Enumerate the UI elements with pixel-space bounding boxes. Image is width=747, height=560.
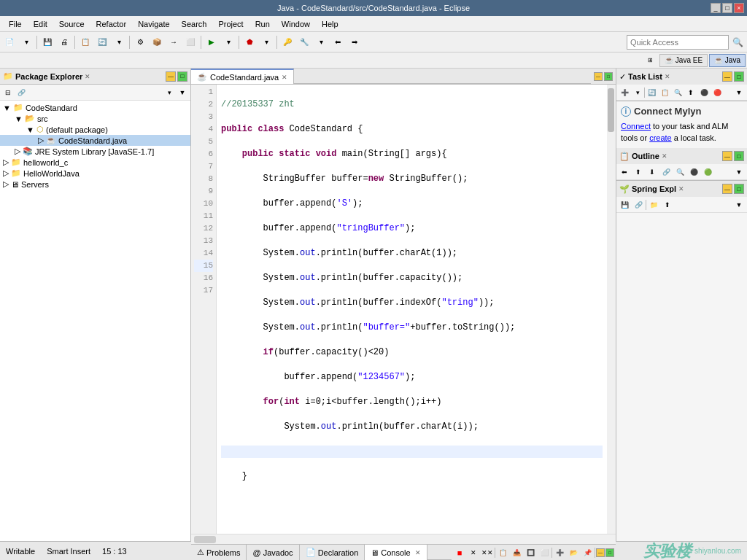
console-open-button[interactable]: 📂 [567, 546, 580, 559]
open-perspective-button[interactable]: ⊞ [642, 52, 658, 69]
tab-javadoc[interactable]: @ Javadoc [247, 545, 299, 560]
toolbar-btn-6[interactable]: 📦 [149, 34, 165, 50]
scroll-thumb[interactable] [608, 88, 614, 132]
menu-source[interactable]: Source [53, 18, 90, 30]
toolbar-btn-12[interactable]: ⬅ [330, 34, 346, 50]
debug-button[interactable]: ⬟ [241, 34, 258, 50]
menu-navigate[interactable]: Navigate [132, 18, 175, 30]
toolbar-btn-10[interactable]: 🔧 [296, 34, 312, 50]
menu-run[interactable]: Run [249, 18, 276, 30]
tree-item-helloworldjava[interactable]: ▷ 📁 HelloWorldJava [0, 168, 190, 179]
perspective-java-ee[interactable]: ☕ Java EE [659, 54, 708, 67]
tree-item-helloworld-c[interactable]: ▷ 📁 helloworld_c [0, 157, 190, 168]
run-dropdown[interactable]: ▾ [220, 34, 236, 50]
menu-refactor[interactable]: Refactor [90, 18, 133, 30]
close-button[interactable]: × [734, 3, 744, 13]
menu-help[interactable]: Help [316, 18, 344, 30]
toolbar-btn-5[interactable]: ⚙ [132, 34, 148, 50]
menu-search[interactable]: Search [176, 18, 213, 30]
menu-window[interactable]: Window [276, 18, 316, 30]
ol-btn-1[interactable]: ⬅ [618, 166, 631, 179]
toolbar-btn-3[interactable]: 🔄 [94, 34, 110, 50]
console-btn-1[interactable]: 📋 [496, 546, 509, 559]
new-button[interactable]: 📄 [1, 34, 18, 50]
ol-btn-4[interactable]: 🔗 [659, 166, 673, 179]
toolbar-btn-9[interactable]: 🔑 [279, 34, 295, 50]
mylyn-connect-link[interactable]: Connect [621, 122, 651, 131]
tab-close-button[interactable]: ✕ [282, 74, 287, 81]
tl-btn-4[interactable]: 🔍 [671, 86, 684, 99]
tl-btn-1[interactable]: ▾ [631, 86, 644, 99]
ol-expand[interactable]: ▼ [732, 166, 746, 179]
spring-btn-2[interactable]: 🔗 [632, 198, 645, 211]
ol-btn-2[interactable]: ⬆ [632, 166, 645, 179]
tab-problems[interactable]: ⚠ Problems [191, 545, 247, 560]
tl-btn-7[interactable]: 🔴 [711, 86, 724, 99]
restore-button[interactable]: □ [722, 3, 732, 13]
ol-btn-7[interactable]: 🟢 [701, 166, 714, 179]
minimize-button[interactable]: _ [711, 3, 721, 13]
view-menu-button[interactable]: ▾ [163, 86, 176, 99]
spring-maximize[interactable]: □ [734, 184, 744, 194]
debug-dropdown[interactable]: ▾ [258, 34, 274, 50]
console-btn-2[interactable]: 📥 [510, 546, 523, 559]
quick-access-icon[interactable]: 🔍 [729, 34, 746, 50]
tree-item-src[interactable]: ▼ 📂 src [0, 113, 190, 124]
toolbar-btn-13[interactable]: ➡ [347, 34, 363, 50]
ol-btn-6[interactable]: ⚫ [687, 166, 700, 179]
view-sync-button[interactable]: ▼ [176, 86, 189, 99]
tree-item-codestandard-java[interactable]: ▷ ☕ CodeStandard.java [0, 135, 190, 146]
console-new-button[interactable]: ➕ [553, 546, 566, 559]
mylyn-create-link[interactable]: create [649, 133, 672, 142]
toolbar-btn-11[interactable]: ▾ [313, 34, 329, 50]
tl-btn-5[interactable]: ⬆ [684, 86, 697, 99]
editor-tab-codestandard[interactable]: ☕ CodeStandard.java ✕ [191, 69, 294, 84]
tl-btn-2[interactable]: 🔄 [645, 86, 658, 99]
code-scrollbar[interactable] [607, 85, 616, 534]
minimize-panel-button[interactable]: — [166, 71, 176, 82]
perspective-java[interactable]: ☕ Java [709, 54, 746, 67]
console-btn-3[interactable]: 🔲 [524, 546, 537, 559]
console-remove-all-button[interactable]: ✕✕ [481, 546, 494, 559]
tab-console[interactable]: 🖥 Console ✕ [365, 545, 427, 560]
toolbar-btn-7[interactable]: → [166, 34, 182, 50]
toolbar-btn-2[interactable]: 📋 [77, 34, 93, 50]
quick-access-input[interactable] [627, 35, 729, 50]
toolbar-btn[interactable]: ▾ [18, 34, 34, 50]
tl-btn-3[interactable]: 📋 [658, 86, 671, 99]
code-editor[interactable]: 1234567891011121314151617 //20135337 zht… [191, 85, 616, 534]
spring-expand[interactable]: ▼ [732, 198, 746, 211]
code-content[interactable]: //20135337 zht public class CodeStandard… [217, 85, 607, 534]
bottom-minimize-button[interactable]: — [596, 548, 605, 557]
console-pin-button[interactable]: 📌 [581, 546, 594, 559]
save-button[interactable]: 💾 [39, 34, 55, 50]
spring-btn-3[interactable]: 📁 [647, 198, 660, 211]
tree-item-servers[interactable]: ▷ 🖥 Servers [0, 179, 190, 190]
editor-maximize-button[interactable]: □ [604, 72, 613, 81]
editor-minimize-button[interactable]: — [594, 72, 603, 81]
menu-edit[interactable]: Edit [28, 18, 53, 30]
maximize-panel-button[interactable]: □ [177, 71, 187, 82]
spring-btn-4[interactable]: ⬆ [661, 198, 674, 211]
bottom-maximize-button[interactable]: □ [605, 548, 614, 557]
console-btn-4[interactable]: ⬜ [538, 546, 551, 559]
outline-maximize[interactable]: □ [734, 151, 744, 161]
tree-item-codestandard[interactable]: ▼ 📁 CodeStandard [0, 102, 190, 113]
editor-horizontal-scrollbar[interactable] [191, 534, 616, 544]
spring-btn-1[interactable]: 💾 [618, 198, 631, 211]
toolbar-btn-8[interactable]: ⬜ [182, 34, 198, 50]
toolbar-btn-4[interactable]: ▾ [111, 34, 127, 50]
menu-project[interactable]: Project [212, 18, 249, 30]
tree-item-jre[interactable]: ▷ 📚 JRE System Library [JavaSE-1.7] [0, 146, 190, 157]
tl-expand[interactable]: ▼ [732, 86, 746, 99]
print-button[interactable]: 🖨 [56, 34, 72, 50]
run-button[interactable]: ▶ [204, 34, 220, 50]
outline-minimize[interactable]: — [722, 151, 732, 161]
console-terminate-button[interactable]: ■ [453, 546, 466, 559]
task-list-minimize[interactable]: — [722, 71, 732, 82]
hscroll-thumb[interactable] [194, 536, 216, 543]
link-editor-button[interactable]: 🔗 [15, 86, 28, 99]
tl-btn-6[interactable]: ⚫ [697, 86, 711, 99]
spring-minimize[interactable]: — [722, 184, 732, 194]
console-remove-button[interactable]: ✕ [467, 546, 480, 559]
